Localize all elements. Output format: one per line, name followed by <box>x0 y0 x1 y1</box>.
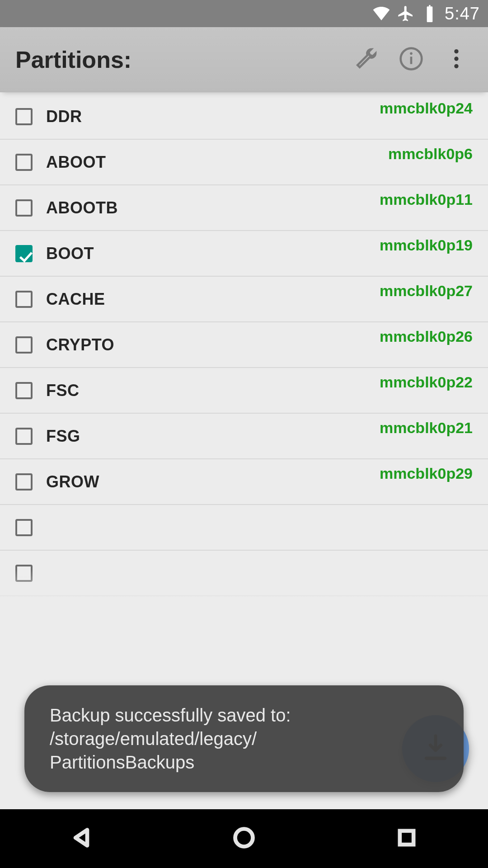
info-icon <box>399 46 424 73</box>
status-time: 5:47 <box>445 4 480 24</box>
screen: 5:47 Partitions: DDRmmcblk0p24ABOOTmmcbl… <box>0 0 488 868</box>
partition-name: ABOOT <box>46 153 388 172</box>
partition-row[interactable]: FSGmmcblk0p21 <box>0 414 488 459</box>
partition-device: mmcblk0p21 <box>380 419 473 437</box>
toast: Backup successfully saved to: /storage/e… <box>24 685 464 792</box>
airplane-icon <box>397 5 415 23</box>
recents-icon <box>395 843 418 851</box>
partition-row[interactable] <box>0 505 488 551</box>
info-button[interactable] <box>395 43 427 76</box>
partition-name: FSC <box>46 381 380 400</box>
partition-row[interactable]: ABOOTBmmcblk0p11 <box>0 185 488 231</box>
page-title: Partitions: <box>15 46 337 73</box>
wifi-icon <box>372 5 390 23</box>
partition-row[interactable]: CACHEmmcblk0p27 <box>0 277 488 322</box>
partition-device: mmcblk0p11 <box>380 191 473 208</box>
partition-device: mmcblk0p19 <box>380 236 473 254</box>
partition-checkbox[interactable] <box>15 291 33 308</box>
partition-device: mmcblk0p6 <box>388 145 473 163</box>
tools-button[interactable] <box>350 43 382 76</box>
partition-checkbox[interactable] <box>15 336 33 354</box>
partition-device: mmcblk0p29 <box>380 465 473 482</box>
home-icon <box>232 843 256 851</box>
home-button[interactable] <box>232 826 256 851</box>
partition-name: CRYPTO <box>46 335 380 354</box>
partition-device: mmcblk0p22 <box>380 373 473 391</box>
svg-rect-7 <box>400 831 413 844</box>
partition-checkbox[interactable] <box>15 154 33 171</box>
partition-checkbox[interactable] <box>15 199 33 217</box>
partition-row[interactable] <box>0 551 488 596</box>
svg-point-5 <box>454 64 458 68</box>
partition-checkbox[interactable] <box>15 108 33 125</box>
battery-icon <box>421 5 438 22</box>
svg-point-2 <box>410 52 413 55</box>
overflow-menu-button[interactable] <box>440 43 473 76</box>
toast-line-2: /storage/emulated/legacy/ <box>50 727 438 750</box>
more-vert-icon <box>444 46 469 73</box>
svg-point-6 <box>235 829 253 847</box>
wrench-icon <box>353 46 379 73</box>
partition-device: mmcblk0p27 <box>380 282 473 300</box>
toast-line-1: Backup successfully saved to: <box>50 703 438 727</box>
partition-name: DDR <box>46 107 380 126</box>
back-button[interactable] <box>70 826 93 851</box>
partition-name: ABOOTB <box>46 198 380 217</box>
svg-point-4 <box>454 57 458 61</box>
partition-device: mmcblk0p26 <box>380 328 473 345</box>
partition-checkbox[interactable] <box>15 382 33 399</box>
partition-list[interactable]: DDRmmcblk0p24ABOOTmmcblk0p6ABOOTBmmcblk0… <box>0 92 488 610</box>
system-nav-bar <box>0 809 488 868</box>
partition-checkbox[interactable] <box>15 473 33 491</box>
partition-row[interactable]: BOOTmmcblk0p19 <box>0 231 488 277</box>
svg-point-3 <box>454 49 458 53</box>
partition-name: CACHE <box>46 290 380 309</box>
partition-row[interactable]: ABOOTmmcblk0p6 <box>0 140 488 185</box>
app-bar: Partitions: <box>0 27 488 92</box>
partition-name: GROW <box>46 472 380 491</box>
partition-name: BOOT <box>46 244 380 263</box>
partition-row[interactable]: DDRmmcblk0p24 <box>0 94 488 140</box>
partition-device: mmcblk0p24 <box>380 99 473 117</box>
partition-name: FSG <box>46 427 380 446</box>
partition-row[interactable]: FSCmmcblk0p22 <box>0 368 488 414</box>
recents-button[interactable] <box>395 826 418 851</box>
partition-checkbox[interactable] <box>15 245 33 262</box>
partition-row[interactable]: CRYPTOmmcblk0p26 <box>0 322 488 368</box>
partition-checkbox[interactable] <box>15 519 33 536</box>
partition-checkbox[interactable] <box>15 428 33 445</box>
back-icon <box>70 843 93 851</box>
partition-row[interactable]: GROWmmcblk0p29 <box>0 459 488 505</box>
partition-checkbox[interactable] <box>15 565 33 582</box>
toast-line-3: PartitionsBackups <box>50 750 438 774</box>
status-bar: 5:47 <box>0 0 488 27</box>
